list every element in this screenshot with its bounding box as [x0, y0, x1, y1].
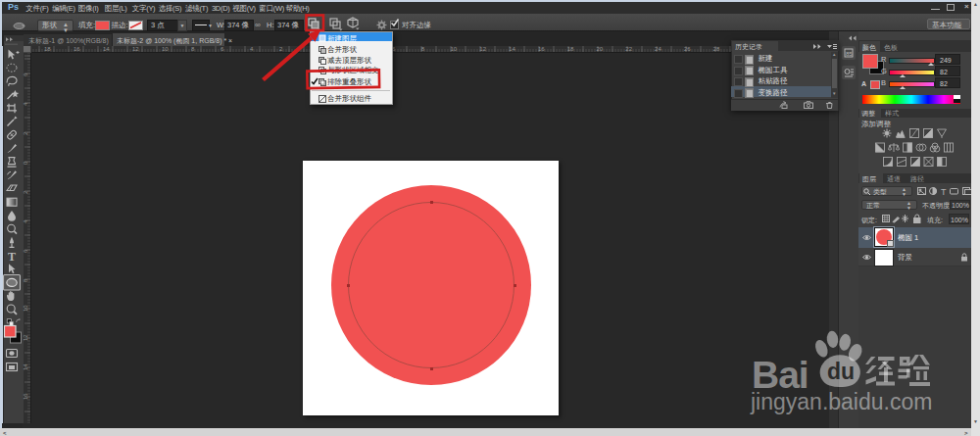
svg-text:85: 85 — [846, 50, 853, 56]
svg-text:du: du — [827, 359, 855, 384]
svg-text:T: T — [941, 187, 947, 197]
svg-text:T: T — [8, 249, 16, 263]
